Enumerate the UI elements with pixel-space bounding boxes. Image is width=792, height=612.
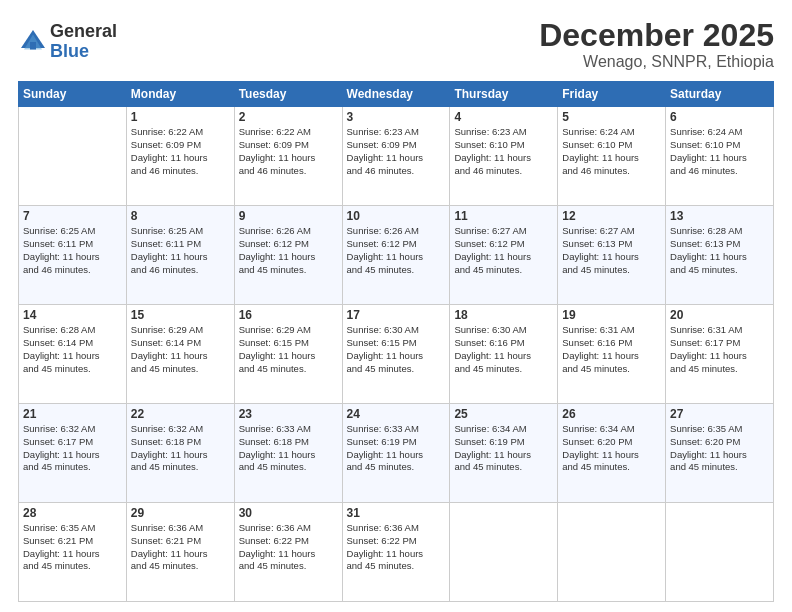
calendar-cell: 21Sunrise: 6:32 AM Sunset: 6:17 PM Dayli… <box>19 404 127 503</box>
calendar-cell: 9Sunrise: 6:26 AM Sunset: 6:12 PM Daylig… <box>234 206 342 305</box>
day-info: Sunrise: 6:25 AM Sunset: 6:11 PM Dayligh… <box>23 225 122 276</box>
day-info: Sunrise: 6:26 AM Sunset: 6:12 PM Dayligh… <box>347 225 446 276</box>
logo-blue: Blue <box>50 42 117 62</box>
day-number: 9 <box>239 209 338 223</box>
calendar-cell: 4Sunrise: 6:23 AM Sunset: 6:10 PM Daylig… <box>450 107 558 206</box>
calendar-header-cell: Monday <box>126 82 234 107</box>
logo: General Blue <box>18 22 117 62</box>
day-info: Sunrise: 6:24 AM Sunset: 6:10 PM Dayligh… <box>562 126 661 177</box>
day-info: Sunrise: 6:27 AM Sunset: 6:13 PM Dayligh… <box>562 225 661 276</box>
day-number: 30 <box>239 506 338 520</box>
day-info: Sunrise: 6:36 AM Sunset: 6:22 PM Dayligh… <box>239 522 338 573</box>
calendar-header-cell: Saturday <box>666 82 774 107</box>
day-number: 2 <box>239 110 338 124</box>
day-number: 11 <box>454 209 553 223</box>
calendar-cell: 22Sunrise: 6:32 AM Sunset: 6:18 PM Dayli… <box>126 404 234 503</box>
calendar-cell: 31Sunrise: 6:36 AM Sunset: 6:22 PM Dayli… <box>342 503 450 602</box>
calendar-header-cell: Wednesday <box>342 82 450 107</box>
day-info: Sunrise: 6:35 AM Sunset: 6:20 PM Dayligh… <box>670 423 769 474</box>
calendar-cell: 2Sunrise: 6:22 AM Sunset: 6:09 PM Daylig… <box>234 107 342 206</box>
calendar-cell: 17Sunrise: 6:30 AM Sunset: 6:15 PM Dayli… <box>342 305 450 404</box>
calendar-week-row: 21Sunrise: 6:32 AM Sunset: 6:17 PM Dayli… <box>19 404 774 503</box>
calendar-cell <box>558 503 666 602</box>
day-number: 1 <box>131 110 230 124</box>
calendar-cell: 19Sunrise: 6:31 AM Sunset: 6:16 PM Dayli… <box>558 305 666 404</box>
calendar-cell: 3Sunrise: 6:23 AM Sunset: 6:09 PM Daylig… <box>342 107 450 206</box>
calendar-cell <box>19 107 127 206</box>
day-number: 26 <box>562 407 661 421</box>
calendar-header-row: SundayMondayTuesdayWednesdayThursdayFrid… <box>19 82 774 107</box>
day-number: 4 <box>454 110 553 124</box>
main-title: December 2025 <box>539 18 774 53</box>
day-info: Sunrise: 6:30 AM Sunset: 6:16 PM Dayligh… <box>454 324 553 375</box>
day-number: 15 <box>131 308 230 322</box>
calendar-table: SundayMondayTuesdayWednesdayThursdayFrid… <box>18 81 774 602</box>
day-number: 12 <box>562 209 661 223</box>
calendar-cell: 24Sunrise: 6:33 AM Sunset: 6:19 PM Dayli… <box>342 404 450 503</box>
calendar-cell: 30Sunrise: 6:36 AM Sunset: 6:22 PM Dayli… <box>234 503 342 602</box>
calendar-cell <box>666 503 774 602</box>
day-info: Sunrise: 6:32 AM Sunset: 6:18 PM Dayligh… <box>131 423 230 474</box>
day-number: 13 <box>670 209 769 223</box>
page: General Blue December 2025 Wenago, SNNPR… <box>0 0 792 612</box>
calendar-cell: 16Sunrise: 6:29 AM Sunset: 6:15 PM Dayli… <box>234 305 342 404</box>
title-block: December 2025 Wenago, SNNPR, Ethiopia <box>539 18 774 71</box>
logo-text: General Blue <box>50 22 117 62</box>
day-number: 6 <box>670 110 769 124</box>
calendar-cell: 10Sunrise: 6:26 AM Sunset: 6:12 PM Dayli… <box>342 206 450 305</box>
calendar-cell: 15Sunrise: 6:29 AM Sunset: 6:14 PM Dayli… <box>126 305 234 404</box>
logo-general: General <box>50 22 117 42</box>
calendar-cell: 12Sunrise: 6:27 AM Sunset: 6:13 PM Dayli… <box>558 206 666 305</box>
calendar-cell: 23Sunrise: 6:33 AM Sunset: 6:18 PM Dayli… <box>234 404 342 503</box>
day-info: Sunrise: 6:32 AM Sunset: 6:17 PM Dayligh… <box>23 423 122 474</box>
day-info: Sunrise: 6:27 AM Sunset: 6:12 PM Dayligh… <box>454 225 553 276</box>
day-info: Sunrise: 6:22 AM Sunset: 6:09 PM Dayligh… <box>239 126 338 177</box>
day-number: 31 <box>347 506 446 520</box>
day-info: Sunrise: 6:33 AM Sunset: 6:18 PM Dayligh… <box>239 423 338 474</box>
calendar-cell: 20Sunrise: 6:31 AM Sunset: 6:17 PM Dayli… <box>666 305 774 404</box>
day-info: Sunrise: 6:36 AM Sunset: 6:21 PM Dayligh… <box>131 522 230 573</box>
day-info: Sunrise: 6:26 AM Sunset: 6:12 PM Dayligh… <box>239 225 338 276</box>
calendar-cell <box>450 503 558 602</box>
day-number: 29 <box>131 506 230 520</box>
day-number: 5 <box>562 110 661 124</box>
calendar-header-cell: Sunday <box>19 82 127 107</box>
day-number: 20 <box>670 308 769 322</box>
calendar-cell: 28Sunrise: 6:35 AM Sunset: 6:21 PM Dayli… <box>19 503 127 602</box>
day-number: 21 <box>23 407 122 421</box>
subtitle: Wenago, SNNPR, Ethiopia <box>539 53 774 71</box>
day-info: Sunrise: 6:36 AM Sunset: 6:22 PM Dayligh… <box>347 522 446 573</box>
calendar-cell: 18Sunrise: 6:30 AM Sunset: 6:16 PM Dayli… <box>450 305 558 404</box>
day-info: Sunrise: 6:25 AM Sunset: 6:11 PM Dayligh… <box>131 225 230 276</box>
day-number: 17 <box>347 308 446 322</box>
calendar-cell: 25Sunrise: 6:34 AM Sunset: 6:19 PM Dayli… <box>450 404 558 503</box>
calendar-cell: 27Sunrise: 6:35 AM Sunset: 6:20 PM Dayli… <box>666 404 774 503</box>
day-info: Sunrise: 6:33 AM Sunset: 6:19 PM Dayligh… <box>347 423 446 474</box>
day-info: Sunrise: 6:29 AM Sunset: 6:15 PM Dayligh… <box>239 324 338 375</box>
calendar-header-cell: Tuesday <box>234 82 342 107</box>
day-info: Sunrise: 6:23 AM Sunset: 6:10 PM Dayligh… <box>454 126 553 177</box>
day-info: Sunrise: 6:31 AM Sunset: 6:16 PM Dayligh… <box>562 324 661 375</box>
calendar-cell: 6Sunrise: 6:24 AM Sunset: 6:10 PM Daylig… <box>666 107 774 206</box>
day-info: Sunrise: 6:35 AM Sunset: 6:21 PM Dayligh… <box>23 522 122 573</box>
calendar-cell: 1Sunrise: 6:22 AM Sunset: 6:09 PM Daylig… <box>126 107 234 206</box>
day-number: 7 <box>23 209 122 223</box>
day-number: 14 <box>23 308 122 322</box>
day-info: Sunrise: 6:31 AM Sunset: 6:17 PM Dayligh… <box>670 324 769 375</box>
day-info: Sunrise: 6:22 AM Sunset: 6:09 PM Dayligh… <box>131 126 230 177</box>
svg-rect-2 <box>30 42 36 50</box>
day-number: 28 <box>23 506 122 520</box>
day-info: Sunrise: 6:24 AM Sunset: 6:10 PM Dayligh… <box>670 126 769 177</box>
day-number: 10 <box>347 209 446 223</box>
calendar-week-row: 14Sunrise: 6:28 AM Sunset: 6:14 PM Dayli… <box>19 305 774 404</box>
day-info: Sunrise: 6:23 AM Sunset: 6:09 PM Dayligh… <box>347 126 446 177</box>
calendar-cell: 7Sunrise: 6:25 AM Sunset: 6:11 PM Daylig… <box>19 206 127 305</box>
calendar-cell: 26Sunrise: 6:34 AM Sunset: 6:20 PM Dayli… <box>558 404 666 503</box>
day-number: 18 <box>454 308 553 322</box>
day-info: Sunrise: 6:30 AM Sunset: 6:15 PM Dayligh… <box>347 324 446 375</box>
day-info: Sunrise: 6:28 AM Sunset: 6:13 PM Dayligh… <box>670 225 769 276</box>
day-number: 19 <box>562 308 661 322</box>
day-number: 23 <box>239 407 338 421</box>
day-number: 22 <box>131 407 230 421</box>
day-info: Sunrise: 6:29 AM Sunset: 6:14 PM Dayligh… <box>131 324 230 375</box>
